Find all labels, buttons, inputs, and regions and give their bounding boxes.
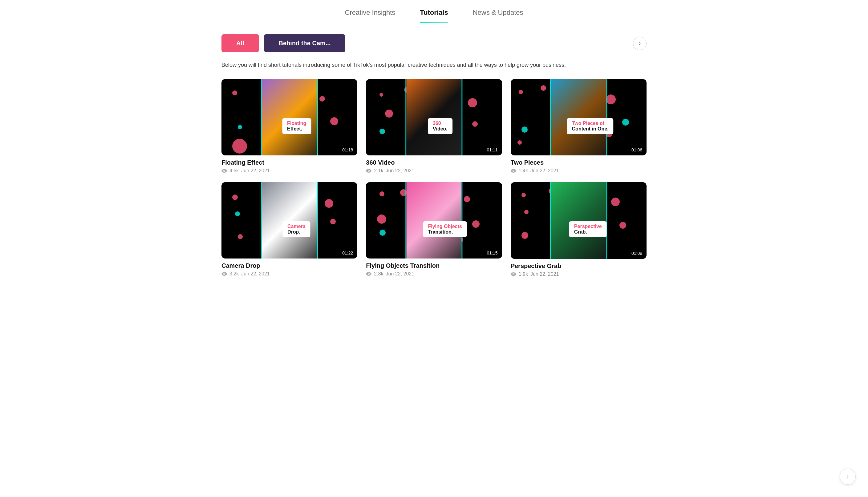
svg-point-1	[224, 170, 225, 171]
thumbnail-title: Two Pieces ofContent in One.	[567, 118, 614, 134]
title-pink-text: Perspective	[574, 224, 602, 229]
views-icon	[366, 169, 371, 173]
video-thumbnail: 360Video.01:11	[366, 79, 502, 155]
title-black-text: Video.	[433, 126, 447, 131]
video-date: Jun 22, 2021	[531, 271, 559, 277]
video-date: Jun 22, 2021	[386, 271, 415, 276]
title-pink-text: Floating	[287, 120, 306, 126]
video-views: 1.9k	[519, 271, 528, 277]
video-meta: 1.9k Jun 22, 2021	[511, 271, 647, 277]
thumbnail-title: Flying ObjectsTransition.	[423, 221, 467, 237]
thumbnail-title: 360Video.	[428, 118, 453, 134]
thumbnail-title: CameraDrop.	[283, 221, 311, 237]
title-pink-text: Flying Objects	[428, 224, 462, 229]
video-date: Jun 22, 2021	[531, 168, 559, 173]
page-description: Below you will find short tutorials intr…	[221, 61, 647, 69]
title-black-text: Transition.	[428, 229, 453, 235]
phone-mockup	[550, 182, 607, 258]
video-title: Floating Effect	[221, 159, 357, 166]
title-pink-text: Two Pieces of	[572, 120, 605, 126]
nav-creative-insights[interactable]: Creative Insights	[345, 9, 396, 23]
thumbnail-title: PerspectiveGrab.	[569, 221, 607, 237]
filter-next-arrow[interactable]: ›	[633, 37, 647, 50]
video-title: 360 Video	[366, 159, 502, 166]
video-title: Two Pieces	[511, 159, 647, 166]
video-card[interactable]: PerspectiveGrab.01:09Perspective Grab 1.…	[511, 182, 647, 276]
video-duration: 01:22	[342, 251, 353, 255]
video-grid: FloatingEffect.01:18Floating Effect 4.6k…	[221, 79, 647, 277]
video-views: 1.4k	[519, 168, 528, 173]
title-black-text: Drop.	[287, 229, 300, 235]
svg-point-7	[224, 273, 225, 274]
video-card[interactable]: CameraDrop.01:22Camera Drop 3.2k Jun 22,…	[221, 182, 357, 276]
video-thumbnail: Two Pieces ofContent in One.01:06	[511, 79, 647, 155]
video-card[interactable]: FloatingEffect.01:18Floating Effect 4.6k…	[221, 79, 357, 173]
nav-news-updates[interactable]: News & Updates	[473, 9, 523, 23]
video-views: 2.1k	[374, 168, 383, 173]
video-title: Perspective Grab	[511, 262, 647, 270]
video-views: 3.2k	[230, 271, 239, 276]
title-black-text: Grab.	[574, 229, 587, 235]
svg-point-9	[368, 273, 369, 274]
video-duration: 01:09	[631, 251, 642, 256]
top-navigation: Creative Insights Tutorials News & Updat…	[0, 0, 868, 23]
views-icon	[221, 169, 227, 173]
video-meta: 1.4k Jun 22, 2021	[511, 168, 647, 173]
video-card[interactable]: 360Video.01:11360 Video 2.1k Jun 22, 202…	[366, 79, 502, 173]
main-content: All Behind the Cam... › Below you will f…	[209, 23, 659, 289]
video-meta: 2.1k Jun 22, 2021	[366, 168, 502, 173]
scroll-top-button[interactable]: ↑	[840, 469, 856, 485]
video-thumbnail: CameraDrop.01:22	[221, 182, 357, 258]
svg-point-3	[368, 170, 369, 171]
video-meta: 3.2k Jun 22, 2021	[221, 271, 357, 276]
video-duration: 01:15	[487, 251, 498, 255]
views-icon	[511, 272, 516, 276]
phone-mockup	[261, 79, 318, 155]
video-duration: 01:18	[342, 147, 353, 152]
phone-mockup	[405, 182, 462, 258]
filter-row: All Behind the Cam... ›	[221, 34, 647, 52]
phone-mockup	[550, 79, 607, 155]
views-icon	[511, 169, 516, 173]
video-title: Camera Drop	[221, 262, 357, 269]
video-thumbnail: Flying ObjectsTransition.01:15	[366, 182, 502, 258]
views-icon	[366, 272, 371, 276]
video-views: 4.6k	[230, 168, 239, 173]
video-card[interactable]: Two Pieces ofContent in One.01:06Two Pie…	[511, 79, 647, 173]
title-pink-text: Camera	[287, 224, 305, 229]
video-thumbnail: FloatingEffect.01:18	[221, 79, 357, 155]
phone-mockup	[261, 182, 318, 258]
nav-tutorials[interactable]: Tutorials	[420, 9, 448, 23]
video-date: Jun 22, 2021	[241, 271, 270, 276]
filter-behind-cam-button[interactable]: Behind the Cam...	[264, 34, 346, 52]
title-pink-text: 360	[433, 120, 441, 126]
svg-point-5	[513, 170, 514, 171]
video-date: Jun 22, 2021	[241, 168, 270, 173]
video-thumbnail: PerspectiveGrab.01:09	[511, 182, 647, 258]
video-title: Flying Objects Transition	[366, 262, 502, 269]
views-icon	[221, 272, 227, 276]
video-duration: 01:11	[487, 147, 498, 152]
filter-all-button[interactable]: All	[221, 34, 259, 52]
video-card[interactable]: Flying ObjectsTransition.01:15Flying Obj…	[366, 182, 502, 276]
video-date: Jun 22, 2021	[386, 168, 415, 173]
thumbnail-title: FloatingEffect.	[282, 118, 311, 134]
video-meta: 4.6k Jun 22, 2021	[221, 168, 357, 173]
title-black-text: Effect.	[287, 126, 302, 131]
video-duration: 01:06	[631, 147, 642, 152]
svg-point-11	[513, 273, 514, 274]
phone-mockup	[405, 79, 462, 155]
video-meta: 2.8k Jun 22, 2021	[366, 271, 502, 276]
title-black-text: Content in One.	[572, 126, 609, 131]
video-views: 2.8k	[374, 271, 383, 276]
